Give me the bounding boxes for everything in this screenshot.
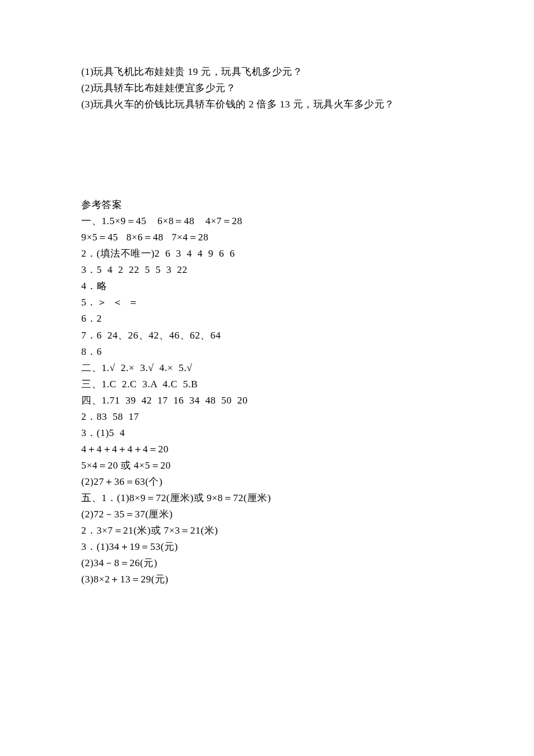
answer-4: 4．略 bbox=[81, 278, 453, 294]
answer-section-5-6: (3)8×2＋13＝29(元) bbox=[81, 571, 453, 588]
answer-5: 5．＞ ＜ ＝ bbox=[81, 294, 453, 311]
question-3: (3)玩具火车的价钱比玩具轿车价钱的 2 倍多 13 元，玩具火车多少元？ bbox=[81, 96, 453, 113]
answer-6: 6．2 bbox=[81, 311, 453, 327]
answer-section-4-2: 2．83 58 17 bbox=[81, 409, 453, 425]
answer-section-5-3: 2．3×7＝21(米)或 7×3＝21(米) bbox=[81, 523, 453, 539]
answer-section-5-4: 3．(1)34＋19＝53(元) bbox=[81, 539, 453, 555]
question-2: (2)玩具轿车比布娃娃便宜多少元？ bbox=[81, 80, 453, 96]
question-1: (1)玩具飞机比布娃娃贵 19 元，玩具飞机多少元？ bbox=[81, 64, 453, 80]
answer-section-4-3d: (2)27＋36＝63(个) bbox=[81, 474, 453, 490]
answers-title: 参考答案 bbox=[81, 197, 453, 213]
answer-3: 3．5 4 2 22 5 5 3 22 bbox=[81, 262, 453, 278]
answer-section-5-2: (2)72－35＝37(厘米) bbox=[81, 506, 453, 523]
answer-1-2: 9×5＝45 8×6＝48 7×4＝28 bbox=[81, 229, 453, 246]
answer-section-4-3b: 4＋4＋4＋4＋4＝20 bbox=[81, 441, 453, 458]
answer-section-4-3: 3．(1)5 4 bbox=[81, 425, 453, 441]
answer-7: 7．6 24、26、42、46、62、64 bbox=[81, 327, 453, 344]
document-content: (1)玩具飞机比布娃娃贵 19 元，玩具飞机多少元？ (2)玩具轿车比布娃娃便宜… bbox=[81, 64, 453, 588]
answer-section-4-3c: 5×4＝20 或 4×5＝20 bbox=[81, 458, 453, 474]
section-gap bbox=[81, 113, 453, 197]
answer-section-5-5: (2)34－8＝26(元) bbox=[81, 555, 453, 571]
answer-section-3: 三、1.C 2.C 3.A 4.C 5.B bbox=[81, 376, 453, 393]
answer-section-4-1: 四、1.71 39 42 17 16 34 48 50 20 bbox=[81, 393, 453, 409]
answer-8: 8．6 bbox=[81, 344, 453, 360]
answer-1-1: 一、1.5×9＝45 6×8＝48 4×7＝28 bbox=[81, 213, 453, 229]
answer-section-2: 二、1.√ 2.× 3.√ 4.× 5.√ bbox=[81, 360, 453, 376]
answer-2: 2．(填法不唯一)2 6 3 4 4 9 6 6 bbox=[81, 246, 453, 262]
answer-section-5-1: 五、1．(1)8×9＝72(厘米)或 9×8＝72(厘米) bbox=[81, 490, 453, 506]
